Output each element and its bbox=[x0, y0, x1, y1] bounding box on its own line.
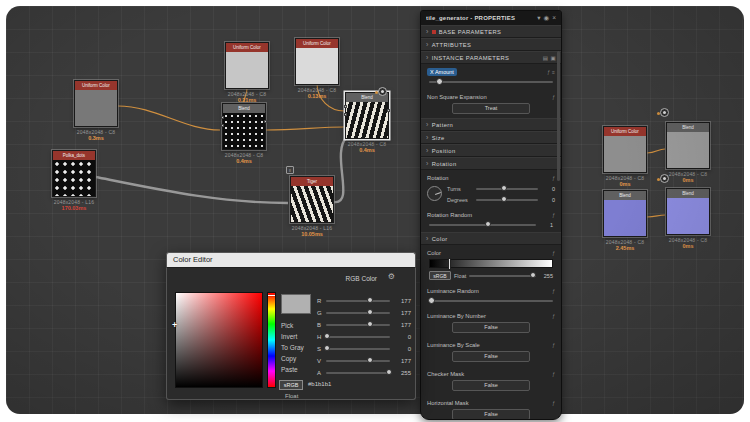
saturation-value-picker[interactable]: + bbox=[175, 292, 263, 388]
node-thumbnail[interactable] bbox=[346, 102, 388, 138]
slider-handle[interactable] bbox=[485, 221, 491, 227]
section-attributes[interactable]: › ATTRIBUTES bbox=[421, 38, 561, 51]
float-toggle[interactable]: Float bbox=[285, 393, 298, 399]
copy-button[interactable]: Copy bbox=[281, 355, 296, 362]
node-thumbnail[interactable] bbox=[53, 160, 95, 196]
invert-button[interactable]: Invert bbox=[281, 333, 297, 340]
node-thumbnail[interactable] bbox=[291, 186, 333, 222]
node-thumbnail[interactable] bbox=[667, 198, 709, 234]
node-blend-2-selected[interactable]: Blend 2048x2048 - C8 0.4ms bbox=[345, 92, 389, 153]
slider-handle[interactable] bbox=[367, 297, 373, 303]
channel-slider[interactable] bbox=[326, 368, 390, 377]
section-pattern[interactable]: › Pattern bbox=[421, 118, 561, 131]
slider-handle[interactable] bbox=[436, 78, 443, 85]
slider-handle[interactable] bbox=[324, 345, 330, 351]
luminance-random-slider[interactable] bbox=[429, 295, 553, 306]
node-uniform-color-4[interactable]: Uniform Color 2048x2048 - C8 0ms bbox=[603, 126, 647, 187]
output-badge-icon[interactable] bbox=[378, 87, 387, 96]
fx-icon[interactable]: ƒ bbox=[552, 250, 555, 256]
fx-icon[interactable]: ƒ bbox=[552, 313, 555, 319]
color-value[interactable]: 255 bbox=[539, 273, 553, 279]
fx-icon[interactable]: ƒ bbox=[552, 94, 555, 100]
to-gray-button[interactable]: To Gray bbox=[281, 344, 304, 351]
color-editor-titlebar[interactable]: Color Editor bbox=[166, 252, 416, 267]
node-uniform-color-1[interactable]: Uniform Color 2048x2048 - C8 0.3ms bbox=[74, 80, 118, 141]
slider-handle[interactable] bbox=[501, 196, 507, 202]
node-blend-5[interactable]: Blend 2048x2048 - C8 0ms bbox=[666, 188, 710, 249]
node-thumbnail[interactable] bbox=[223, 113, 265, 149]
node-thumbnail[interactable] bbox=[75, 90, 117, 126]
preset-grid-icon[interactable]: ▣ bbox=[550, 55, 556, 61]
color-value-slider[interactable] bbox=[469, 271, 536, 280]
node-polka-dots[interactable]: Polka_dots 2048x2048 - L16 170.03ms bbox=[52, 150, 96, 211]
node-thumbnail[interactable] bbox=[226, 52, 268, 88]
fx-icon[interactable]: ƒ bbox=[552, 288, 555, 294]
output-badge-icon[interactable] bbox=[660, 174, 669, 183]
output-pin[interactable] bbox=[387, 109, 390, 112]
channel-slider[interactable] bbox=[326, 332, 390, 341]
color-gradient-bar[interactable] bbox=[429, 259, 553, 268]
fx-icon[interactable]: ƒ bbox=[552, 400, 555, 406]
node-thumbnail[interactable] bbox=[667, 132, 709, 168]
wire[interactable] bbox=[647, 215, 665, 217]
channel-slider[interactable] bbox=[326, 356, 390, 365]
degrees-slider[interactable] bbox=[476, 195, 538, 204]
gradient-marker[interactable] bbox=[448, 258, 451, 270]
slider-handle[interactable] bbox=[428, 297, 435, 304]
picker-crosshair-icon[interactable]: + bbox=[172, 320, 177, 330]
srgb-toggle[interactable]: sRGB bbox=[279, 380, 303, 390]
channel-value[interactable]: 0 bbox=[393, 334, 411, 340]
x-amount-label[interactable]: X Amount bbox=[427, 68, 457, 76]
color-options-gear-icon[interactable]: ⚙ bbox=[388, 272, 395, 281]
channel-slider[interactable] bbox=[326, 296, 390, 305]
input-pin[interactable] bbox=[344, 105, 347, 108]
treat-button[interactable]: Treat bbox=[452, 103, 530, 114]
node-tiger[interactable]: ≡ Tiger 2048x2048 - L16 10.05ms bbox=[290, 176, 334, 237]
properties-titlebar[interactable]: tile_generator - PROPERTIES ▾ ◉ × bbox=[421, 11, 561, 25]
wire[interactable] bbox=[118, 106, 220, 130]
wire[interactable] bbox=[266, 127, 344, 130]
rotation-random-slider[interactable] bbox=[429, 220, 536, 229]
scrollbar[interactable] bbox=[557, 51, 560, 181]
wire[interactable] bbox=[647, 149, 665, 153]
channel-slider[interactable] bbox=[326, 308, 390, 317]
input-pin[interactable] bbox=[344, 113, 347, 116]
false-toggle-button[interactable]: False bbox=[452, 380, 530, 391]
channel-slider[interactable] bbox=[326, 344, 390, 353]
fx-icon[interactable]: ƒ bbox=[552, 371, 555, 377]
node-blend-4[interactable]: Blend 2048x2048 - C8 2.45ms bbox=[603, 190, 647, 251]
color-mode-label[interactable]: RGB Color bbox=[346, 275, 377, 282]
section-position[interactable]: › Position bbox=[421, 144, 561, 157]
x-amount-slider[interactable] bbox=[429, 76, 553, 87]
fx-icon[interactable]: ƒ bbox=[547, 69, 550, 75]
channel-value[interactable]: 0 bbox=[393, 346, 411, 352]
rotation-dial[interactable] bbox=[427, 186, 442, 201]
channel-slider[interactable] bbox=[326, 320, 390, 329]
node-uniform-color-2[interactable]: Uniform Color 2048x2048 - C8 0.21ms bbox=[225, 42, 269, 103]
panel-pin-icon[interactable]: ◉ bbox=[544, 14, 550, 22]
node-uniform-color-3[interactable]: Uniform Color 2048x2048 - C8 0.13ms bbox=[295, 38, 339, 99]
wire[interactable] bbox=[96, 177, 288, 203]
fx-icon[interactable]: ƒ bbox=[552, 212, 555, 218]
panel-menu-icon[interactable]: ▾ bbox=[537, 14, 540, 22]
float-toggle[interactable]: Float bbox=[454, 273, 466, 279]
section-instance-parameters[interactable]: › INSTANCE PARAMETERS ▤ ▣ bbox=[421, 51, 561, 64]
slider-handle[interactable] bbox=[530, 272, 536, 278]
channel-value[interactable]: 177 bbox=[393, 298, 411, 304]
slider-handle[interactable] bbox=[367, 321, 373, 327]
false-toggle-button[interactable]: False bbox=[452, 409, 530, 420]
section-color[interactable]: › Color bbox=[421, 232, 561, 245]
false-toggle-button[interactable]: False bbox=[452, 322, 530, 333]
input-pin[interactable] bbox=[221, 124, 224, 127]
turns-slider[interactable] bbox=[476, 184, 538, 193]
hue-strip[interactable] bbox=[267, 292, 276, 388]
channel-value[interactable]: 177 bbox=[393, 358, 411, 364]
input-pin[interactable] bbox=[221, 116, 224, 119]
section-rotation[interactable]: › Rotation bbox=[421, 157, 561, 170]
node-thumbnail[interactable] bbox=[604, 136, 646, 172]
pick-button[interactable]: Pick bbox=[281, 322, 293, 329]
srgb-toggle[interactable]: sRGB bbox=[429, 271, 451, 280]
preset-page-icon[interactable]: ▤ bbox=[543, 55, 549, 61]
turns-value[interactable]: 0 bbox=[541, 186, 555, 192]
output-badge-icon[interactable] bbox=[660, 108, 669, 117]
